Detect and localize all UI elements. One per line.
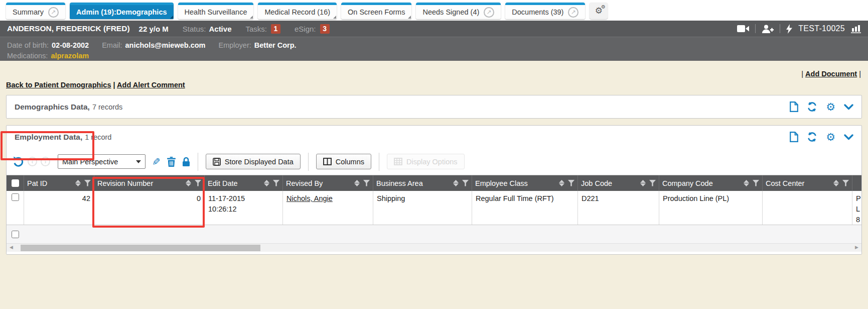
dob-label: Date of birth:	[7, 41, 49, 49]
perspective-select[interactable]: Main Perspective	[58, 154, 146, 169]
popout-icon[interactable]: ↗	[484, 7, 494, 18]
column-header-job-code[interactable]: Job Code	[578, 175, 659, 191]
tab-summary[interactable]: Summary ↗	[6, 3, 65, 19]
cell-revision-number: 0	[94, 191, 205, 225]
scroll-left-icon[interactable]: ◀	[10, 245, 13, 250]
row-checkbox[interactable]	[12, 193, 19, 201]
pipe: |	[801, 70, 803, 78]
tab-on-screen-forms[interactable]: On Screen Forms	[341, 3, 411, 19]
sort-icon[interactable]	[354, 180, 360, 186]
new-row-checkbox[interactable]	[12, 231, 19, 238]
divider	[780, 24, 780, 33]
document-icon[interactable]	[790, 132, 798, 142]
tab-label: Health Surveillance	[185, 8, 247, 16]
popout-icon[interactable]: ↗	[568, 7, 578, 18]
sort-icon[interactable]	[453, 180, 459, 186]
cell-pat-id: 42	[24, 191, 94, 225]
cell-company-code: Production Line (PL)	[659, 191, 763, 225]
filter-funnel-icon[interactable]	[195, 180, 201, 186]
columns-icon	[323, 158, 332, 165]
lock-icon[interactable]	[182, 157, 190, 167]
popout-icon[interactable]: ↗	[48, 7, 59, 18]
chevron-down-icon[interactable]	[844, 134, 853, 140]
column-header-revised-by[interactable]: Revised By	[283, 175, 373, 191]
filter-funnel-icon[interactable]	[462, 180, 469, 186]
lightning-bolt-icon[interactable]	[786, 24, 792, 34]
select-all-checkbox[interactable]	[12, 179, 19, 187]
patient-info-bar: Date of birth: 02-08-2002 Email: anichol…	[0, 37, 868, 61]
filter-funnel-icon[interactable]	[84, 180, 91, 186]
column-header-pat-id[interactable]: Pat ID	[24, 175, 94, 191]
column-header-business-area[interactable]: Business Area	[373, 175, 472, 191]
pipe: |	[113, 81, 115, 89]
undo-icon[interactable]	[13, 156, 24, 167]
save-floppy-icon	[213, 158, 221, 166]
column-header-revision-number[interactable]: Revision Number	[94, 175, 205, 191]
esign-badge[interactable]: 3	[320, 24, 330, 34]
gear-icon[interactable]: ⚙	[826, 132, 835, 142]
breadcrumb: Back to Patient Demographics | Add Alert…	[6, 81, 185, 89]
cell-revised-by-link[interactable]: Nichols, Angie	[286, 194, 333, 202]
edit-pencil-icon[interactable]: ✎	[152, 157, 161, 167]
column-header-employee-class[interactable]: Employee Class	[472, 175, 578, 191]
sort-icon[interactable]	[75, 180, 81, 186]
back-to-demographics-link[interactable]: Back to Patient Demographics	[6, 81, 111, 89]
sort-icon[interactable]	[744, 180, 749, 186]
tasks-badge[interactable]: 1	[271, 24, 280, 34]
columns-button[interactable]: Columns	[316, 154, 371, 169]
employment-panel-title: Employment Data,	[15, 133, 82, 142]
employment-record-count: 1 record	[85, 133, 111, 141]
email-label: Email:	[102, 41, 122, 49]
filter-funnel-icon[interactable]	[568, 180, 574, 186]
employment-data-grid: Pat ID Revision Number Edit Date Revised…	[7, 175, 861, 252]
demographics-panel: Demographics Data, 7 records ⚙	[6, 95, 862, 119]
filter-funnel-icon[interactable]	[753, 180, 759, 186]
tab-health-surveillance[interactable]: Health Surveillance	[178, 3, 254, 19]
cell-cost-center	[763, 191, 852, 225]
display-options-button: Display Options	[387, 154, 465, 169]
scrollbar-thumb[interactable]	[21, 245, 260, 251]
medication-link[interactable]: alprazolam	[51, 52, 89, 60]
refresh-icon[interactable]	[807, 132, 817, 142]
sort-icon[interactable]	[264, 180, 269, 186]
sort-icon[interactable]	[640, 180, 646, 186]
tab-admin-demographics[interactable]: Admin (19):Demographics	[70, 3, 173, 19]
dob-value: 02-08-2002	[52, 41, 89, 49]
horizontal-scrollbar[interactable]: ◀ ▶	[7, 243, 861, 252]
bar-chart-icon[interactable]	[851, 25, 861, 33]
status-value: Active	[209, 25, 231, 33]
add-alert-comment-link[interactable]: Add Alert Comment	[117, 81, 185, 89]
store-displayed-data-button[interactable]: Store Displayed Data	[206, 154, 301, 169]
column-header-cost-center[interactable]: Cost Center	[763, 175, 852, 191]
tab-needs-signed[interactable]: Needs Signed (4) ↗	[416, 3, 501, 19]
gear-icon[interactable]: ⚙	[826, 101, 835, 112]
page-next-icon: ›	[41, 157, 50, 166]
sort-icon[interactable]	[559, 180, 564, 186]
document-icon[interactable]	[790, 101, 798, 112]
video-camera-icon[interactable]	[737, 25, 749, 32]
panel-footer	[7, 252, 861, 254]
scroll-right-icon[interactable]: ▶	[855, 245, 858, 250]
patient-age-sex: 22 y/o M	[139, 25, 169, 33]
tab-fold-icon	[170, 16, 173, 19]
filter-funnel-icon[interactable]	[649, 180, 656, 186]
add-person-icon[interactable]	[762, 25, 774, 33]
grid-toolbar: ‹ › Main Perspective ✎ Store Displayed D…	[7, 148, 861, 175]
filter-funnel-icon[interactable]	[842, 180, 849, 186]
add-document-link[interactable]: Add Document	[805, 70, 857, 78]
refresh-icon[interactable]	[807, 101, 817, 112]
filter-funnel-icon[interactable]	[273, 180, 279, 186]
sort-icon[interactable]	[186, 180, 191, 186]
trash-icon[interactable]	[167, 157, 176, 167]
filter-funnel-icon[interactable]	[363, 180, 370, 186]
tab-medical-record[interactable]: Medical Record (16)	[258, 3, 337, 19]
tab-label: Medical Record (16)	[264, 8, 330, 16]
column-header-edit-date[interactable]: Edit Date	[205, 175, 283, 191]
column-header-company-code[interactable]: Company Code	[659, 175, 763, 191]
chevron-down-icon[interactable]	[844, 104, 853, 110]
sort-icon[interactable]	[833, 180, 839, 186]
tab-documents[interactable]: Documents (39) ↗	[505, 3, 585, 19]
patient-header-bar: ANDERSON, FREDERICK (FRED) 22 y/o M Stat…	[0, 21, 868, 37]
chevron-down-icon	[136, 160, 141, 163]
tab-settings-button[interactable]: ⚙⚙	[590, 3, 608, 19]
